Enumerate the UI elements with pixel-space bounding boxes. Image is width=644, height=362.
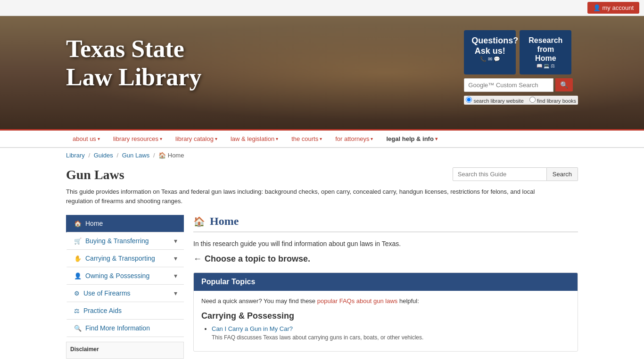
section-title-row: 🏠 Home [193,215,578,232]
search-books-radio[interactable] [529,97,536,103]
sidebar-item-practice-aids[interactable]: ⚖ Practice Aids [66,302,184,320]
buying-icon: 🛒 [74,238,82,245]
sidebar: 🏠 Home 🛒 Buying & Transferring ▾ ✋ Carry… [66,215,184,359]
owning-expand-icon: ▾ [174,272,177,280]
nav-the-courts[interactable]: the courts ▾ [285,131,329,147]
home-icon: 🏠 [74,220,82,227]
sidebar-item-find-more[interactable]: 🔍 Find More Information [66,320,184,337]
popular-list: Can I Carry a Gun in My Car? This FAQ di… [201,325,570,342]
popular-topics-header: Popular Topics [194,273,578,291]
top-bar: my account [0,0,644,16]
sidebar-disclaimer: Disclaimer [66,342,184,359]
main-navigation: about us ▾ library resources ▾ library c… [0,129,644,148]
site-title: Texas State Law Library [66,35,201,91]
ask-us-button[interactable]: Questions?Ask us! 📞 ✉ 💬 [464,30,516,74]
breadcrumb-home-icon: 🏠 [158,152,166,159]
law-legislation-arrow: ▾ [276,136,278,141]
breadcrumb-library[interactable]: Library [66,152,85,159]
page-description: This guide provides information on Texas… [66,187,561,206]
intro-text: In this research guide you will find inf… [193,240,578,247]
for-attorneys-arrow: ▾ [371,136,373,141]
breadcrumb-gun-laws[interactable]: Gun Laws [122,152,150,159]
sidebar-item-home[interactable]: 🏠 Home [66,215,184,232]
carrying-expand-icon: ▾ [174,255,177,262]
header-search-input[interactable] [464,78,553,92]
header-action-buttons: Questions?Ask us! 📞 ✉ 💬 Researchfrom Hom… [464,30,578,74]
legal-help-arrow: ▾ [435,136,438,141]
nav-library-resources[interactable]: library resources ▾ [107,131,169,147]
ask-us-icons: 📞 ✉ 💬 [471,56,508,62]
sidebar-item-carrying[interactable]: ✋ Carrying & Transporting ▾ [66,250,184,267]
nav-law-legislation[interactable]: law & legislation ▾ [224,131,285,147]
carrying-icon: ✋ [74,255,82,262]
header-search-button[interactable]: 🔍 [555,78,573,91]
search-radio-group: search library website find library book… [464,96,578,105]
sidebar-item-owning[interactable]: 👤 Owning & Possessing ▾ [66,267,184,285]
faq-car-link[interactable]: Can I Carry a Gun in My Car? [212,325,293,332]
carrying-possessing-title: Carrying & Possessing [201,311,570,321]
research-from-home-button[interactable]: Researchfrom Home 📖 💻 ⚖ [520,30,571,74]
use-of-firearms-icon: ⚙ [74,290,80,297]
search-books-radio-label[interactable]: find library books [529,97,576,104]
find-more-icon: 🔍 [74,325,82,332]
section-title: Home [210,215,239,228]
nav-library-catalog[interactable]: library catalog ▾ [169,131,224,147]
main-content: Gun Laws Search This guide provides info… [0,163,644,362]
guide-search-input[interactable] [453,167,547,181]
nav-legal-help[interactable]: legal help & info ▾ [380,131,444,147]
search-website-radio[interactable] [466,97,472,103]
library-resources-arrow: ▾ [160,136,162,141]
content-layout: 🏠 Home 🛒 Buying & Transferring ▾ ✋ Carry… [66,215,578,359]
sidebar-item-buying[interactable]: 🛒 Buying & Transferring ▾ [66,232,184,250]
popular-topics-body: Need a quick answer? You may find these … [194,291,578,351]
research-icons: 📖 💻 ⚖ [527,63,564,69]
page-title: Gun Laws [66,167,124,182]
the-courts-arrow: ▾ [320,136,322,141]
my-account-button[interactable]: my account [587,2,639,14]
guide-search-box: Search [453,167,578,181]
choose-topic: ← Choose a topic to browse. [193,254,578,264]
use-of-firearms-expand-icon: ▾ [174,289,177,297]
owning-icon: 👤 [74,272,82,280]
header-right-panel: Questions?Ask us! 📞 ✉ 💬 Researchfrom Hom… [464,30,578,105]
faq-list-item: Can I Carry a Gun in My Car? This FAQ di… [212,325,570,342]
faq-car-desc: This FAQ discusses Texas laws about carr… [212,334,423,341]
research-label: Researchfrom Home [527,36,564,63]
practice-aids-icon: ⚖ [74,307,80,314]
main-area: 🏠 Home In this research guide you will f… [193,215,578,359]
breadcrumb-current: Home [168,152,184,159]
breadcrumb-guides[interactable]: Guides [94,152,113,159]
ask-us-label: Questions?Ask us! [471,36,508,56]
header-search-box: 🔍 [464,78,578,92]
nav-for-attorneys[interactable]: for attorneys ▾ [329,131,380,147]
about-us-arrow: ▾ [98,136,100,141]
guide-search-button[interactable]: Search [547,167,578,181]
page-header-row: Gun Laws Search [66,167,578,182]
popular-topics-box: Popular Topics Need a quick answer? You … [193,272,578,352]
library-catalog-arrow: ▾ [215,136,217,141]
buying-expand-icon: ▾ [174,237,177,245]
nav-about-us[interactable]: about us ▾ [66,131,107,147]
site-header: Texas State Law Library Questions?Ask us… [0,16,644,129]
popular-intro: Need a quick answer? You may find these … [201,297,570,304]
search-website-radio-label[interactable]: search library website [466,97,523,104]
popular-faqs-link[interactable]: popular FAQs about gun laws [317,297,398,304]
section-home-icon: 🏠 [193,216,205,227]
breadcrumb: Library / Guides / Gun Laws / 🏠 Home [0,148,644,163]
choose-topic-arrow: ← [193,254,202,264]
sidebar-item-use-of-firearms[interactable]: ⚙ Use of Firearms ▾ [66,285,184,302]
